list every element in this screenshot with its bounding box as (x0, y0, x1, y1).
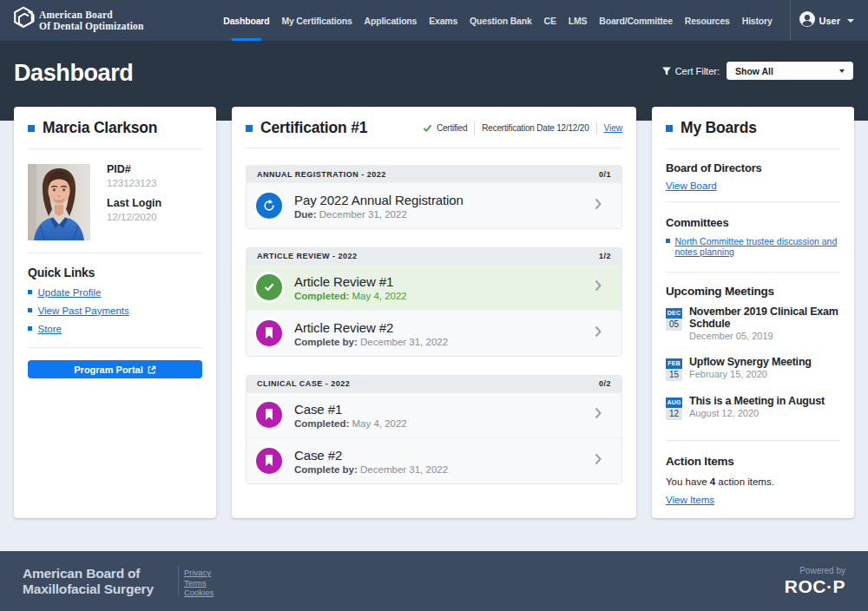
update-profile-link[interactable]: Update Profile (38, 287, 102, 298)
section-clinical-case: CLINICAL CASE - 2022 0/2 Case #1 Complet… (246, 375, 622, 484)
view-items-link[interactable]: View Items (666, 495, 714, 505)
quick-link-item: View Past Payments (28, 305, 202, 316)
nav-item-my-certifications[interactable]: My Certifications (275, 0, 358, 41)
nav-item-dashboard[interactable]: Dashboard (217, 0, 275, 41)
footer: American Board of Maxillofacial Surgery … (0, 551, 868, 611)
cookies-link[interactable]: Cookies (184, 588, 214, 597)
store-link[interactable]: Store (38, 324, 62, 334)
meeting-title: This is a Meeting in August (689, 396, 825, 408)
top-navbar: American Board Of Dental Optimization Da… (0, 0, 868, 41)
bullet-square-icon (28, 326, 32, 331)
calendar-date-badge: DEC 05 (666, 308, 682, 342)
refresh-icon (256, 193, 282, 219)
section-header-label: ARTICLE REVIEW - 2022 (257, 252, 358, 260)
task-row-article-review-1[interactable]: Article Review #1 Completed: May 4, 2022 (247, 265, 621, 311)
upcoming-meetings-title: Upcoming Meetings (666, 285, 840, 298)
program-portal-button[interactable]: Program Portal (28, 360, 202, 378)
action-items-text: You have 4 action items. (666, 476, 840, 487)
brand-name: American Board Of Dental Optimization (39, 10, 144, 31)
quick-links-list: Update Profile View Past Payments Store (28, 286, 202, 334)
last-login-label: Last Login (107, 198, 161, 209)
task-subtitle: Completed: May 4, 2022 (294, 291, 586, 301)
user-caret-icon (847, 19, 854, 23)
section-annual-registration: ANNUAL REGISTRATION - 2022 0/1 Pay 2022 … (246, 165, 622, 229)
task-title: Article Review #2 (294, 319, 586, 336)
nav-item-resources[interactable]: Resources (679, 0, 736, 41)
task-row-case-2[interactable]: Case #2 Complete by: December 31, 2022 (247, 437, 621, 483)
nav-item-board-committee[interactable]: Board/Committee (593, 0, 679, 41)
certified-status: Certified (423, 123, 467, 133)
chevron-right-icon (595, 407, 602, 423)
divider (474, 122, 475, 135)
nav-menu: Dashboard My Certifications Applications… (217, 0, 778, 41)
pid-value: 123123123 (107, 178, 161, 189)
profile-photo (28, 164, 90, 240)
view-past-payments-link[interactable]: View Past Payments (38, 306, 129, 316)
nav-item-applications[interactable]: Applications (358, 0, 424, 41)
board-of-directors-title: Board of Directors (666, 161, 840, 174)
title-square-icon (246, 125, 253, 132)
rocp-logo: ROC·P (785, 576, 845, 597)
task-title: Pay 2022 Annual Registration (294, 192, 586, 208)
committees-title: Committees (666, 216, 840, 229)
title-square-icon (666, 125, 673, 132)
page-title: Dashboard (14, 61, 133, 86)
certification-card: Certification #1 Certified Recertificati… (232, 107, 636, 518)
meeting-item: AUG 12 This is a Meeting in August Augus… (666, 396, 840, 420)
meeting-date: December 05, 2019 (689, 332, 838, 342)
task-subtitle: Completed: May 4, 2022 (294, 418, 586, 429)
nav-item-lms[interactable]: LMS (562, 0, 594, 41)
bookmark-icon (256, 320, 282, 346)
task-row-pay-registration[interactable]: Pay 2022 Annual Registration Due: Decemb… (247, 182, 621, 228)
user-label: User (819, 16, 840, 26)
task-row-article-review-2[interactable]: Article Review #2 Complete by: December … (247, 310, 621, 356)
section-article-review: ARTICLE REVIEW - 2022 1/2 Article Review… (246, 247, 622, 357)
user-menu[interactable]: User (790, 0, 868, 41)
task-subtitle: Due: December 31, 2022 (294, 209, 586, 220)
nav-item-question-bank[interactable]: Question Bank (464, 0, 538, 41)
meeting-item: DEC 05 November 2019 Clinical Exam Schdu… (666, 306, 840, 342)
recertification-date: Recertification Date 12/12/20 (482, 123, 589, 133)
chevron-right-icon (595, 279, 602, 295)
title-square-icon (28, 125, 35, 132)
bullet-square-icon (666, 239, 670, 243)
quick-link-item: Update Profile (28, 286, 202, 298)
nav-item-history[interactable]: History (736, 0, 779, 41)
calendar-date-badge: AUG 12 (666, 397, 682, 420)
committee-item: North Committee trustee discussion and n… (666, 236, 840, 257)
nav-item-ce[interactable]: CE (538, 0, 562, 41)
divider (596, 122, 597, 135)
task-title: Case #1 (294, 401, 586, 417)
check-circle-icon (256, 274, 282, 300)
view-link[interactable]: View (604, 123, 623, 133)
meeting-item: FEB 15 Upflow Synergy Meeting February 1… (666, 357, 840, 381)
section-count: 0/2 (599, 379, 611, 388)
view-board-link[interactable]: View Board (666, 181, 717, 191)
filter-funnel-icon (662, 63, 671, 79)
bookmark-icon (256, 448, 282, 474)
user-avatar-icon (799, 11, 815, 30)
boards-card-title: My Boards (681, 119, 757, 137)
task-row-case-1[interactable]: Case #1 Completed: May 4, 2022 (247, 392, 621, 438)
section-count: 0/1 (599, 170, 611, 179)
brand[interactable]: American Board Of Dental Optimization (0, 0, 144, 41)
nav-item-exams[interactable]: Exams (423, 0, 464, 41)
bookmark-icon (256, 402, 282, 428)
boards-card: My Boards Board of Directors View Board … (652, 107, 854, 518)
section-count: 1/2 (599, 252, 611, 260)
footer-org-name: American Board of Maxillofacial Surgery (23, 566, 154, 596)
committee-link[interactable]: North Committee trustee discussion and n… (675, 236, 838, 257)
cert-filter-group: Cert Filter: Show All (662, 62, 853, 80)
meeting-date: August 12, 2020 (689, 409, 825, 419)
brand-logo-hexagon-icon (10, 4, 37, 36)
footer-links: Privacy Terms Cookies (178, 566, 214, 596)
calendar-date-badge: FEB 15 (666, 358, 682, 381)
task-title: Article Review #1 (294, 273, 586, 290)
cert-filter-select[interactable]: Show All (727, 62, 853, 80)
select-caret-icon (839, 69, 845, 73)
chevron-right-icon (595, 453, 602, 469)
section-header-label: ANNUAL REGISTRATION - 2022 (257, 170, 386, 179)
check-icon (423, 123, 432, 133)
main-content: Marcia Clarkson (0, 107, 868, 551)
profile-card-title: Marcia Clarkson (43, 119, 157, 137)
